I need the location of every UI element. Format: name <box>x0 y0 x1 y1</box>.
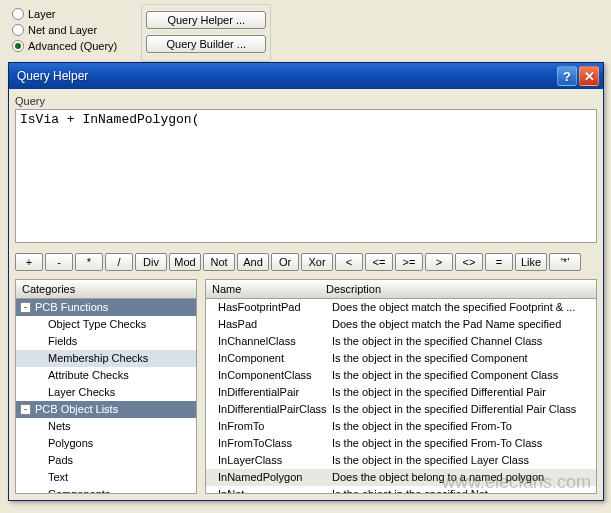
categories-header[interactable]: Categories <box>15 279 197 299</box>
function-name: InComponentClass <box>218 368 332 383</box>
operator-button-16[interactable]: Like <box>515 253 547 271</box>
operator-button-1[interactable]: - <box>45 253 73 271</box>
operator-button-3[interactable]: / <box>105 253 133 271</box>
functions-header[interactable]: Name Description <box>205 279 597 299</box>
function-name: InDifferentialPair <box>218 385 332 400</box>
function-name: InNamedPolygon <box>218 470 332 485</box>
description-column-header[interactable]: Description <box>326 283 590 295</box>
operator-button-2[interactable]: * <box>75 253 103 271</box>
dialog-body: Query +-*/DivModNotAndOrXor<<=>=><>=Like… <box>9 89 603 500</box>
list-item[interactable]: HasPadDoes the object match the Pad Name… <box>206 316 596 333</box>
categories-tree[interactable]: -PCB FunctionsObject Type ChecksFieldsMe… <box>15 299 197 494</box>
function-description: Is the object in the specified From-To C… <box>332 436 592 451</box>
operator-bar: +-*/DivModNotAndOrXor<<=>=><>=Like'*' <box>15 253 597 271</box>
functions-list[interactable]: HasFootprintPadDoes the object match the… <box>205 299 597 494</box>
titlebar[interactable]: Query Helper ? ✕ <box>9 63 603 89</box>
tree-group[interactable]: -PCB Object Lists <box>16 401 196 418</box>
tree-item[interactable]: Object Type Checks <box>16 316 196 333</box>
list-item[interactable]: InNamedPolygonDoes the object belong to … <box>206 469 596 486</box>
function-description: Does the object match the specified Foot… <box>332 300 592 315</box>
radio-icon <box>12 24 24 36</box>
function-description: Is the object in the specified Component <box>332 351 592 366</box>
function-name: InFromTo <box>218 419 332 434</box>
tree-item[interactable]: Components <box>16 486 196 494</box>
function-description: Is the object in the specified Channel C… <box>332 334 592 349</box>
list-item[interactable]: InFromToClassIs the object in the specif… <box>206 435 596 452</box>
tree-item[interactable]: Polygons <box>16 435 196 452</box>
operator-button-14[interactable]: <> <box>455 253 483 271</box>
operator-button-15[interactable]: = <box>485 253 513 271</box>
tree-item[interactable]: Text <box>16 469 196 486</box>
radio-net-and-layer[interactable]: Net and Layer <box>12 24 117 36</box>
function-name: HasFootprintPad <box>218 300 332 315</box>
query-builder-button[interactable]: Query Builder ... <box>146 35 266 53</box>
collapse-icon[interactable]: - <box>20 404 31 415</box>
tree-item[interactable]: Layer Checks <box>16 384 196 401</box>
radio-advanced-query[interactable]: Advanced (Query) <box>12 40 117 52</box>
categories-header-label: Categories <box>22 283 75 295</box>
operator-button-4[interactable]: Div <box>135 253 167 271</box>
tree-item[interactable]: Fields <box>16 333 196 350</box>
tree-item-label: Attribute Checks <box>48 368 129 383</box>
list-item[interactable]: InNetIs the object in the specified Net <box>206 486 596 494</box>
tree-item[interactable]: Pads <box>16 452 196 469</box>
operator-button-9[interactable]: Xor <box>301 253 333 271</box>
function-description: Is the object in the specified Different… <box>332 385 592 400</box>
tree-item-label: Object Type Checks <box>48 317 146 332</box>
tree-group[interactable]: -PCB Functions <box>16 299 196 316</box>
query-label: Query <box>15 95 597 107</box>
scope-radio-group: Layer Net and Layer Advanced (Query) <box>8 4 121 62</box>
list-item[interactable]: InComponentIs the object in the specifie… <box>206 350 596 367</box>
tree-item-label: Polygons <box>48 436 93 451</box>
list-item[interactable]: HasFootprintPadDoes the object match the… <box>206 299 596 316</box>
radio-label: Layer <box>28 8 56 20</box>
tree-item[interactable]: Nets <box>16 418 196 435</box>
function-description: Does the object belong to a named polygo… <box>332 470 592 485</box>
operator-button-7[interactable]: And <box>237 253 269 271</box>
radio-icon <box>12 8 24 20</box>
operator-button-10[interactable]: < <box>335 253 363 271</box>
list-item[interactable]: InDifferentialPairClassIs the object in … <box>206 401 596 418</box>
list-item[interactable]: InChannelClassIs the object in the speci… <box>206 333 596 350</box>
list-item[interactable]: InLayerClassIs the object in the specifi… <box>206 452 596 469</box>
titlebar-buttons: ? ✕ <box>557 66 599 86</box>
categories-panel: Categories -PCB FunctionsObject Type Che… <box>15 279 197 494</box>
operator-button-17[interactable]: '*' <box>549 253 581 271</box>
operator-button-5[interactable]: Mod <box>169 253 201 271</box>
function-name: HasPad <box>218 317 332 332</box>
radio-icon <box>12 40 24 52</box>
tree-item-label: Fields <box>48 334 77 349</box>
list-item[interactable]: InComponentClassIs the object in the spe… <box>206 367 596 384</box>
tree-item[interactable]: Attribute Checks <box>16 367 196 384</box>
function-description: Is the object in the specified Layer Cla… <box>332 453 592 468</box>
function-name: InComponent <box>218 351 332 366</box>
operator-button-6[interactable]: Not <box>203 253 235 271</box>
radio-label: Net and Layer <box>28 24 97 36</box>
tree-item-label: Layer Checks <box>48 385 115 400</box>
list-item[interactable]: InDifferentialPairIs the object in the s… <box>206 384 596 401</box>
operator-button-11[interactable]: <= <box>365 253 393 271</box>
function-name: InDifferentialPairClass <box>218 402 332 417</box>
name-column-header[interactable]: Name <box>212 283 326 295</box>
list-item[interactable]: InFromToIs the object in the specified F… <box>206 418 596 435</box>
radio-layer[interactable]: Layer <box>12 8 117 20</box>
function-description: Does the object match the Pad Name speci… <box>332 317 592 332</box>
operator-button-0[interactable]: + <box>15 253 43 271</box>
tree-item[interactable]: Membership Checks <box>16 350 196 367</box>
close-button[interactable]: ✕ <box>579 66 599 86</box>
operator-button-13[interactable]: > <box>425 253 453 271</box>
top-panel: Layer Net and Layer Advanced (Query) Que… <box>0 0 611 66</box>
function-description: Is the object in the specified Net <box>332 487 592 494</box>
operator-button-12[interactable]: >= <box>395 253 423 271</box>
query-helper-button[interactable]: Query Helper ... <box>146 11 266 29</box>
close-icon: ✕ <box>584 69 595 84</box>
tree-item-label: Membership Checks <box>48 351 148 366</box>
collapse-icon[interactable]: - <box>20 302 31 313</box>
operator-button-8[interactable]: Or <box>271 253 299 271</box>
tree-group-label: PCB Object Lists <box>35 402 118 417</box>
help-button[interactable]: ? <box>557 66 577 86</box>
query-input[interactable] <box>15 109 597 243</box>
function-name: InLayerClass <box>218 453 332 468</box>
query-button-group: Query Helper ... Query Builder ... <box>141 4 271 62</box>
tree-item-label: Text <box>48 470 68 485</box>
